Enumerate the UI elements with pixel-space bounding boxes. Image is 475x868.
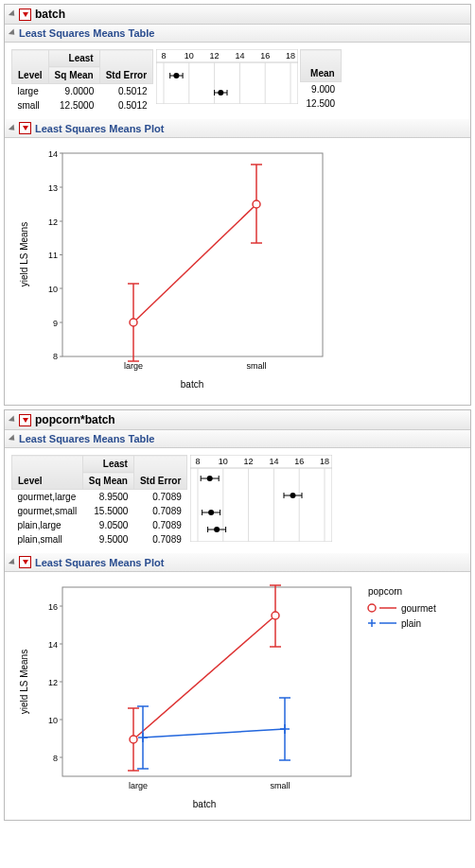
table-row: gourmet,large8.95000.7089 — [12, 490, 187, 505]
svg-text:batch: batch — [193, 799, 216, 809]
legend-marker-circle-icon — [368, 604, 376, 612]
svg-text:14: 14 — [48, 640, 58, 650]
svg-text:16: 16 — [294, 457, 304, 466]
col-lsmean-b: Sq Mean — [82, 473, 133, 490]
svg-point-102 — [130, 736, 137, 743]
mean-column: Mean 9.000 12.500 — [300, 49, 342, 111]
menu-toggle-icon[interactable] — [19, 414, 31, 426]
svg-text:small: small — [246, 361, 266, 371]
table-row: small 12.5000 0.5012 — [12, 98, 153, 113]
table-row: plain,large9.05000.7089 — [12, 518, 187, 532]
svg-text:12: 12 — [48, 678, 58, 687]
svg-text:large: large — [124, 361, 143, 371]
section-batch: batch Least Squares Means Table Level Le… — [4, 4, 471, 406]
svg-text:10: 10 — [48, 716, 58, 725]
svg-text:12: 12 — [48, 217, 58, 227]
ls-means-table: Level Least Std Error Sq Mean large 9.00… — [11, 49, 153, 113]
section-batch-header[interactable]: batch — [5, 5, 470, 25]
ls-plot-header[interactable]: Least Squares Means Plot — [5, 119, 470, 138]
mini-dot-plot: 8 10 12 14 16 18 — [190, 455, 332, 542]
disclosure-icon[interactable] — [9, 415, 17, 424]
menu-toggle-icon[interactable] — [19, 9, 31, 21]
svg-text:10: 10 — [48, 285, 58, 294]
ls-means-table: Level Least Std Error Sq Mean gourmet,la… — [11, 455, 187, 547]
svg-text:yield LS Means: yield LS Means — [19, 222, 29, 286]
table-row: plain,small9.50000.7089 — [12, 532, 187, 547]
col-lsmean-b: Sq Mean — [48, 67, 99, 84]
table-row: gourmet,small15.50000.7089 — [12, 504, 187, 518]
svg-text:10: 10 — [219, 457, 228, 466]
col-level: Level — [12, 50, 49, 84]
section-title: popcorn*batch — [35, 413, 115, 426]
ls-plot-body: 14 13 12 11 10 9 8 large small — [5, 138, 470, 405]
svg-rect-80 — [62, 587, 351, 776]
svg-text:10: 10 — [185, 51, 194, 61]
disclosure-icon[interactable] — [9, 9, 17, 18]
disclosure-icon[interactable] — [9, 558, 17, 566]
svg-text:13: 13 — [48, 183, 58, 193]
svg-text:small: small — [270, 781, 290, 790]
legend-item: gourmet — [401, 603, 436, 614]
svg-text:16: 16 — [260, 51, 270, 61]
menu-toggle-icon[interactable] — [19, 556, 31, 568]
ls-means-plot-batch: 14 13 12 11 10 9 8 large small — [10, 144, 332, 399]
svg-text:18: 18 — [286, 51, 295, 61]
col-stderr: Std Error — [133, 456, 186, 490]
svg-point-67 — [207, 476, 213, 481]
svg-text:8: 8 — [162, 51, 167, 61]
svg-text:14: 14 — [270, 457, 279, 466]
ls-table-title: Least Squares Means Table — [19, 433, 154, 444]
svg-text:14: 14 — [235, 51, 244, 61]
col-lsmean-a: Least — [48, 50, 99, 67]
section-title: batch — [35, 8, 65, 21]
table-row: large 9.0000 0.5012 — [12, 84, 153, 99]
ls-table-title: Least Squares Means Table — [19, 27, 154, 39]
section-popcorn-batch: popcorn*batch Least Squares Means Table … — [4, 409, 471, 821]
svg-text:18: 18 — [320, 457, 329, 466]
ls-plot-header[interactable]: Least Squares Means Plot — [5, 553, 470, 572]
svg-point-49 — [253, 200, 260, 208]
legend-title: popcorn — [368, 586, 402, 597]
disclosure-icon[interactable] — [9, 124, 17, 132]
legend-item: plain — [401, 618, 421, 629]
mini-dot-plot: 8 10 12 14 16 18 — [156, 49, 298, 104]
svg-text:yield LS Means: yield LS Means — [19, 650, 29, 714]
section-header[interactable]: popcorn*batch — [5, 410, 470, 430]
col-level: Level — [12, 456, 83, 490]
svg-point-48 — [130, 319, 137, 326]
ls-means-plot-interaction: 16 14 12 10 8 large small batch yield LS… — [10, 578, 455, 814]
svg-text:11: 11 — [48, 251, 58, 260]
ls-table-header[interactable]: Least Squares Means Table — [5, 430, 470, 448]
svg-point-79 — [214, 527, 220, 532]
svg-text:12: 12 — [244, 457, 254, 466]
svg-rect-22 — [62, 153, 323, 356]
disclosure-icon[interactable] — [9, 434, 17, 443]
ls-table-body: Level Least Std Error Sq Mean large 9.00… — [5, 43, 470, 119]
svg-point-21 — [218, 90, 223, 95]
svg-text:12: 12 — [210, 51, 220, 61]
svg-text:8: 8 — [53, 352, 58, 361]
menu-toggle-icon[interactable] — [19, 122, 31, 134]
ls-plot-body: 16 14 12 10 8 large small batch yield LS… — [5, 572, 470, 820]
svg-text:large: large — [129, 781, 148, 790]
legend-marker-plus-icon — [368, 619, 376, 627]
svg-text:16: 16 — [48, 602, 58, 612]
ls-table-header[interactable]: Least Squares Means Table — [5, 25, 470, 43]
ls-table-body: Level Least Std Error Sq Mean gourmet,la… — [5, 448, 470, 553]
svg-text:9: 9 — [53, 319, 58, 328]
svg-text:14: 14 — [48, 149, 58, 159]
svg-point-103 — [272, 612, 279, 619]
svg-point-75 — [208, 510, 214, 515]
ls-plot-title: Least Squares Means Plot — [35, 557, 164, 568]
ls-plot-title: Least Squares Means Plot — [35, 123, 164, 134]
col-lsmean-a: Least — [82, 456, 133, 473]
col-stderr: Std Error — [99, 50, 152, 84]
svg-point-17 — [173, 73, 179, 78]
svg-point-71 — [290, 493, 296, 498]
disclosure-icon[interactable] — [9, 28, 17, 37]
svg-text:batch: batch — [181, 379, 203, 390]
svg-text:8: 8 — [53, 754, 58, 763]
svg-text:8: 8 — [196, 457, 201, 466]
col-mean: Mean — [301, 50, 342, 82]
